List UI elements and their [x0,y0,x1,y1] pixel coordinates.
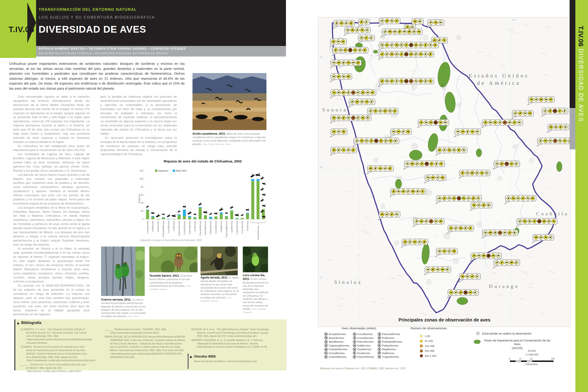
aicas-area [409,150,422,160]
chihuahua-map: 108°106°104°31°29°27°Estados Unidosde Am… [318,17,570,327]
order-icon [324,336,328,340]
scale-tick-50: 50 [530,357,533,360]
caption-grulla-credit: Foto: Oscar Gehú Paz Tovar. [203,143,231,146]
caption-tecolote: Tecolote llanero, 2011. El tecolote llan… [149,274,197,291]
page-title: DIVERSIDAD DE AVES [38,24,146,35]
observation-zone [456,102,462,108]
svg-text:Columbiformes: Columbiformes [204,220,206,235]
body-paragraph: En Chihuahua se han establecido doce áre… [13,144,89,152]
svg-text:Especies: Especies [138,194,141,203]
bibliography-reference: CLEMENTS, J. F. et al., “The Clements Ch… [21,328,88,344]
order-legend-item: Charadriiformes [324,348,351,351]
scale-bar [510,360,554,362]
order-legend-item: Accipitriformes [324,332,351,336]
map-region-label: de América [477,80,521,86]
aicas-blob-icon [473,339,481,344]
order-icon [324,332,328,336]
bar-nom059 [199,207,202,208]
bar-especies [209,219,212,219]
order-icon [353,336,356,340]
svg-text:0: 0 [142,218,143,220]
order-legend-item: Caprimulgiformes [324,344,351,348]
map-scale: Escala 1:2 000 000 0 25 50 100 Kilómetro… [505,349,558,366]
scale-ratio: 1:2 000 000 [505,353,558,356]
weblinks-text: Museo de las Aves de México <www.museode… [194,360,270,362]
svg-text:20: 20 [141,210,143,212]
order-icon [324,344,328,347]
bar-nom059 [167,219,170,219]
bar-especies [257,181,260,219]
caption-aguila-title: Águila dorada, 2011. [200,276,228,279]
observation-zone [453,258,459,264]
svg-text:80: 80 [141,186,143,188]
svg-text:Coraciformes: Coraciformes [241,220,243,234]
order-icon [353,351,356,355]
order-legend-item: Suliformes [378,351,403,355]
svg-text:Podicipediformes: Podicipediformes [162,220,164,237]
loro-photo-art [243,246,268,272]
bar-especies [214,216,217,219]
observation-label: 1-30 [425,335,430,338]
order-label: Ciconiiformes [329,352,345,354]
orders-col2: CuculiformesCoraciiformesFalconiformesGa… [353,332,376,359]
scale-unit: Kilómetros [505,362,558,366]
bar-especies [151,217,154,220]
caption-tecolote-title: Tecolote llanero, 2011. [149,274,180,277]
order-label: Trogoniformes [382,356,399,358]
bibliography-col3: MUNSON, M. A. et al., “The eBird Referen… [191,328,271,349]
order-label: Passeriformes [357,356,374,358]
bar-nom059 [225,216,228,216]
scale-tick-25: 25 [519,357,522,360]
bar-nom059 [177,214,180,215]
bar-especies [246,214,249,220]
order-icon [353,344,356,347]
body-column-2: pero la pérdida de cobertura vegetal, lo… [100,95,177,156]
svg-text:Pelecaniformes: Pelecaniformes [178,220,180,236]
orders-legend-heading: Aves observadas (orden) [323,326,395,330]
observation-label: 101-200 [425,345,434,348]
order-label: Accipitriformes [329,333,346,336]
order-icon [378,340,381,344]
edge-gray-strip [570,108,575,149]
bar-nom059 [246,213,249,214]
orders-legend: AccipitriformesAnseriformesApodiformesCa… [324,332,403,359]
svg-text:Falconiformes: Falconiformes [188,220,191,234]
svg-text:Strigiformes: Strigiformes [220,220,222,232]
order-legend-item: Coraciiformes [353,336,376,340]
observation-dot [420,350,423,352]
observation-class: 101-200 [420,344,437,348]
order-icon [353,355,356,359]
caption-loro: Loro corona lila, 2011. El loro corona l… [243,274,269,314]
order-legend-item: Galliformes [353,344,376,348]
caption-aguila: Águila dorada, 2011. El águila dorada Aq… [200,276,240,302]
order-icon [324,348,328,351]
order-label: Pelecaniformes [382,333,400,336]
svg-text:Nom-059: Nom-059 [176,169,186,172]
bibliography-reference: ______, “Avesmx.net. La red de conocimie… [21,363,88,373]
observation-zone [373,158,379,163]
order-label: Columbiformes [329,356,346,358]
bar-nom059 [220,212,223,214]
edge-black-strip [570,0,575,108]
order-label: Podicipediformes [382,340,402,343]
map-region-label: Estados Unidos [469,72,529,78]
order-legend-item: Gaviiformes [353,348,376,351]
map-canvas: 108°106°104°31°29°27°Estados Unidosde Am… [318,17,570,327]
svg-text:Anseriformes: Anseriformes [146,220,149,234]
order-icon [378,355,381,359]
body-paragraph: Las llanuras de Janos-Nuevo Casas Grande… [13,173,89,206]
cotorra-photo-art [101,246,145,296]
order-label: Strigiformes [382,348,396,351]
order-label: Falconiformes [357,340,374,343]
svg-text:Charadriiformes: Charadriiformes [199,220,201,236]
bibliography-reference: NAVARRO SIGÜENZA, A. G., A. Gordillo Mar… [191,338,271,348]
observation-zone [529,158,535,163]
svg-text:100: 100 [139,178,143,180]
order-legend-item: Pelecaniformes [378,332,403,336]
svg-text:Trogoniformes: Trogoniformes [236,220,238,234]
body-paragraph: Esta considerable riqueza se debe a la v… [13,95,89,144]
order-icon [353,332,356,336]
svg-text:Passeriformes: Passeriformes [257,226,259,240]
order-icon [324,340,328,344]
order-label: Galliformes [357,344,371,347]
